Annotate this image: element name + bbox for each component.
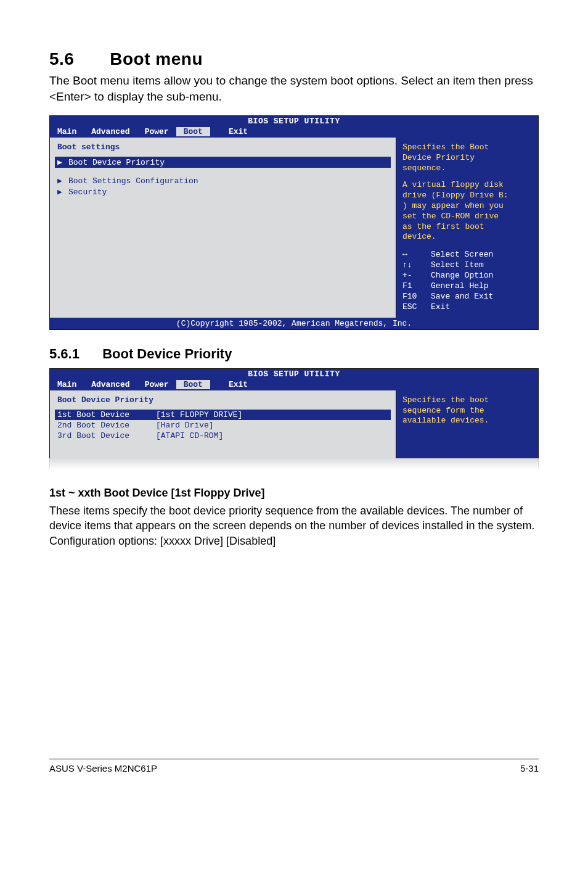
section-intro: The Boot menu items allow you to change … [49, 73, 539, 104]
help-line: sequence. [402, 163, 532, 174]
menu-item-label: Boot Settings Configuration [68, 176, 198, 186]
bios-left-title: Boot settings [57, 142, 388, 152]
bios-key-help: ↔Select Screen ↑↓Select Item +-Change Op… [402, 250, 532, 312]
key-action: Change Option [431, 271, 532, 281]
tab-exit[interactable]: Exit [210, 127, 255, 136]
section-number: 5.6 [49, 49, 105, 69]
help-line: available devices. [402, 416, 532, 426]
field-label: 3rd Boot Device [57, 431, 156, 440]
bios-left-pane: Boot Device Priority 1st Boot Device [1s… [50, 390, 396, 458]
submenu-arrow-icon: ▶ [57, 157, 68, 167]
key-action: Select Screen [431, 250, 532, 260]
bios-title: BIOS SETUP UTILITY [50, 369, 538, 379]
help-line: ) may appear when you [402, 201, 532, 212]
help-line: Specifies the boot [402, 395, 532, 406]
help-line: as the first boot [402, 222, 532, 233]
section-title-text: Boot menu [110, 49, 203, 68]
subsection-title: Boot Device Priority [102, 346, 232, 361]
tab-exit[interactable]: Exit [210, 380, 255, 389]
tab-power[interactable]: Power [137, 380, 176, 389]
subsection-number: 5.6.1 [49, 346, 99, 362]
tab-boot[interactable]: Boot [176, 127, 210, 136]
help-line: Specifies the Boot [402, 142, 532, 153]
menu-item-security[interactable]: ▶ Security [57, 186, 388, 197]
field-value: [1st FLOPPY DRIVE] [156, 410, 388, 419]
key: ↔ [402, 250, 431, 260]
menu-item-2nd-boot-device[interactable]: 2nd Boot Device [Hard Drive] [57, 420, 388, 431]
key-action: Select Item [431, 260, 532, 271]
menu-item-label: Boot Device Priority [68, 158, 165, 167]
key: F10 [402, 292, 431, 302]
bios-fade-bottom [49, 458, 539, 469]
key-action: Exit [431, 302, 532, 313]
help-line: A virtual floppy disk [402, 180, 532, 191]
help-line: Device Priority [402, 153, 532, 163]
key: F1 [402, 281, 431, 292]
menu-item-label: Security [68, 188, 107, 197]
key-action: Save and Exit [431, 292, 532, 302]
help-line: sequence form the [402, 406, 532, 416]
tab-advanced[interactable]: Advanced [84, 380, 137, 389]
field-value: [ATAPI CD-ROM] [156, 431, 388, 440]
tab-power[interactable]: Power [137, 127, 176, 136]
tab-boot[interactable]: Boot [176, 380, 210, 389]
help-line: set the CD-ROM drive [402, 212, 532, 222]
bios-title: BIOS SETUP UTILITY [50, 116, 538, 126]
tab-main[interactable]: Main [50, 127, 84, 136]
bios-help-pane: Specifies the Boot Device Priority seque… [396, 138, 538, 317]
bios-screenshot-boot-priority: BIOS SETUP UTILITY Main Advanced Power B… [49, 368, 539, 458]
option-heading: 1st ~ xxth Boot Device [1st Floppy Drive… [49, 487, 539, 500]
bios-left-title: Boot Device Priority [57, 395, 388, 405]
bios-screenshot-boot-settings: BIOS SETUP UTILITY Main Advanced Power B… [49, 115, 539, 317]
page-footer: ASUS V-Series M2NC61P 5-31 [49, 759, 539, 774]
key-action: General Help [431, 281, 532, 292]
help-line: drive (Floppy Drive B: [402, 191, 532, 201]
key: ↑↓ [402, 260, 431, 271]
bios-copyright: (C)Copyright 1985-2002, American Megatre… [49, 318, 539, 330]
help-line: device. [402, 232, 532, 242]
bios-help-pane: Specifies the boot sequence form the ava… [396, 390, 538, 458]
tab-main[interactable]: Main [50, 380, 84, 389]
option-body: These items specify the boot device prio… [49, 503, 539, 549]
menu-item-boot-settings-config[interactable]: ▶ Boot Settings Configuration [57, 175, 388, 186]
bios-left-pane: Boot settings ▶ Boot Device Priority ▶ B… [50, 138, 396, 317]
field-value: [Hard Drive] [156, 421, 388, 430]
footer-product: ASUS V-Series M2NC61P [49, 763, 157, 774]
footer-page-number: 5-31 [520, 763, 539, 774]
bios-tabs: Main Advanced Power Boot Exit [50, 379, 538, 390]
submenu-arrow-icon: ▶ [57, 176, 68, 186]
menu-item-boot-device-priority[interactable]: ▶ Boot Device Priority [55, 157, 391, 168]
subsection-heading: 5.6.1 Boot Device Priority [49, 346, 539, 362]
bios-tabs: Main Advanced Power Boot Exit [50, 126, 538, 138]
menu-item-3rd-boot-device[interactable]: 3rd Boot Device [ATAPI CD-ROM] [57, 431, 388, 441]
field-label: 1st Boot Device [57, 410, 156, 419]
menu-item-1st-boot-device[interactable]: 1st Boot Device [1st FLOPPY DRIVE] [55, 410, 391, 420]
section-heading: 5.6 Boot menu [49, 49, 539, 69]
key: ESC [402, 302, 431, 313]
field-label: 2nd Boot Device [57, 421, 156, 430]
tab-advanced[interactable]: Advanced [84, 127, 137, 136]
key: +- [402, 271, 431, 281]
submenu-arrow-icon: ▶ [57, 187, 68, 197]
